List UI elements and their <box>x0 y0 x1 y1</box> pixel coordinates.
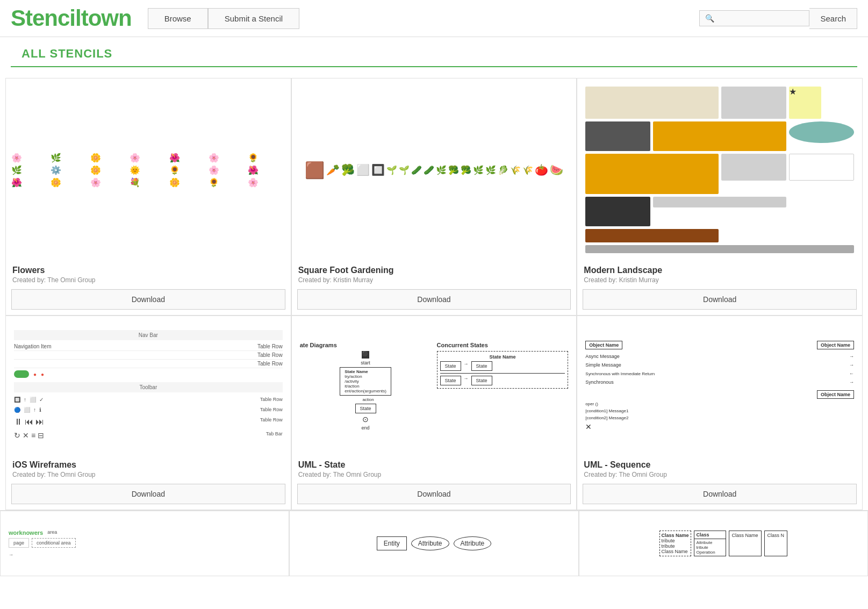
site-logo[interactable]: Stenciltown <box>11 5 132 31</box>
attr2: tribute <box>697 545 723 550</box>
arrow-icon: → <box>849 362 854 368</box>
start-state: ⚫ <box>362 351 369 359</box>
class-name-box2: Class N <box>764 531 788 556</box>
landscape-preview: ★ <box>577 78 862 261</box>
method-label: oper () <box>585 402 854 406</box>
download-button-uml-state[interactable]: Download <box>297 484 571 504</box>
gardening-preview: 🟫 🥕 🥦 ⬜ 🔲 🌱 🌱 🥒 🥒 🌿 🥦 🥦 🌿 🌿 🥬 🌾 <box>292 78 577 261</box>
attribute1: tribute <box>662 538 689 543</box>
uml-seq-preview-area: Object Name Object Name Async Message → … <box>577 316 862 456</box>
nav-label: Navigation Item <box>14 343 51 349</box>
stencil-creator: Created by: Kristin Murray <box>298 276 570 284</box>
submit-stencil-button[interactable]: Submit a Stencil <box>208 8 299 29</box>
attr3: Operation <box>697 550 723 555</box>
end-state: ⊙ <box>362 415 369 424</box>
area-label: area <box>47 529 57 536</box>
class-name-dashed: Class Name <box>662 533 689 538</box>
stencil-creator: Created by: The Omni Group <box>298 471 570 478</box>
uml-state-preview-area: ate Diagrams ⚫ start State Name try/acti… <box>292 316 577 456</box>
stencil-creator: Created by: The Omni Group <box>12 276 284 284</box>
uml-state-content: ate Diagrams ⚫ start State Name try/acti… <box>297 339 571 433</box>
attribute2-ellipse: Attribute <box>454 536 492 550</box>
action-label: action <box>362 397 374 402</box>
download-button-gardening[interactable]: Download <box>297 289 571 310</box>
class-name-bottom: Class Name <box>662 549 689 554</box>
download-button-landscape[interactable]: Download <box>583 289 857 310</box>
garden-item: 🍅 <box>535 163 548 176</box>
flower-icon: 🌿 <box>11 165 48 175</box>
stencil-card-uml-state: ate Diagrams ⚫ start State Name try/acti… <box>291 316 577 510</box>
ios-icon: ↑ <box>24 397 26 403</box>
bottom-preview-1: worknowers area page conditional area → <box>1 511 289 576</box>
start-label: start <box>361 360 370 366</box>
er-diagram: Entity Attribute Attribute <box>374 534 494 553</box>
bookmark-icon: ⊟ <box>38 431 44 440</box>
ios-icon: ↑ <box>33 407 36 413</box>
flower-icon: 🌸 <box>11 153 48 163</box>
concurrent-top: State → State <box>440 361 565 374</box>
message-row: Synchronous with Immediate Return ← <box>585 371 854 376</box>
table-row-label: Table Row <box>257 361 283 367</box>
landscape-block <box>653 197 786 207</box>
garden-item: 🥬 <box>498 165 508 175</box>
landscape-block <box>789 121 854 143</box>
list-icon: ≡ <box>31 431 35 440</box>
uml-class-dashed: Class Name tribute tribute Class Name <box>659 531 691 556</box>
section-title: ALL STENCILS <box>11 37 857 67</box>
prev-icon: ⏮ <box>25 417 33 427</box>
method-conditions: oper () [condition1] Message1 [condition… <box>585 402 854 431</box>
state-item: State <box>471 376 492 385</box>
toggle-icon <box>14 370 29 378</box>
concurrent-box: State Name State → State State → State <box>437 351 569 389</box>
ios-toolbar: Toolbar <box>14 382 283 392</box>
flower-icon: 🌼 <box>90 153 127 163</box>
ios-icon: 🔲 <box>14 397 20 403</box>
arrow-icon: → <box>464 361 469 371</box>
table-row-label: Table Row <box>257 352 283 358</box>
flower-icon: 🌸 <box>209 165 246 175</box>
garden-item: 🌱 <box>399 165 410 175</box>
table-row-label: Table Row <box>260 417 283 427</box>
flower-icon: 🌻 <box>209 177 246 188</box>
flower-icon: 🌸 <box>248 177 285 188</box>
state-diagram-title: ate Diagrams <box>300 342 432 348</box>
download-button-uml-sequence[interactable]: Download <box>583 484 857 504</box>
bottom-card-2: Entity Attribute Attribute <box>289 511 578 576</box>
class-name-box1: Class Name <box>729 531 762 556</box>
search-area: 🔍 Search <box>699 8 857 29</box>
browse-button[interactable]: Browse <box>148 8 208 29</box>
garden-item: 🥒 <box>411 165 422 175</box>
ios-wireframe: Nav Bar Navigation Item Table Row Table … <box>11 327 285 445</box>
flower-icon: 🌞 <box>130 165 167 175</box>
state-item: State <box>440 361 461 371</box>
stencil-name: UML - State <box>298 460 570 470</box>
search-input[interactable] <box>718 14 804 23</box>
concurrent-states: Concurrent States State Name State → Sta… <box>437 342 569 431</box>
class-header: Class <box>694 531 726 539</box>
stencil-name: UML - Sequence <box>584 460 856 470</box>
destroy-icon: ✕ <box>585 422 854 431</box>
object-names-row: Object Name Object Name <box>585 341 854 349</box>
state-diagrams: ate Diagrams ⚫ start State Name try/acti… <box>300 342 432 431</box>
object-name-box: Object Name <box>817 341 854 349</box>
workpowers-label: worknowers <box>9 529 43 536</box>
ios-icon: ⬜ <box>30 397 36 403</box>
stencil-card-ios: Nav Bar Navigation Item Table Row Table … <box>5 316 291 510</box>
landscape-block <box>789 154 854 181</box>
search-input-wrap: 🔍 <box>699 10 809 26</box>
message-label: Synchronous <box>585 379 614 385</box>
flower-icon: 🌺 <box>248 165 285 175</box>
page-box: page <box>9 538 29 548</box>
ios-table-row: Table Row <box>14 360 283 368</box>
download-button-ios[interactable]: Download <box>11 484 285 504</box>
stencil-name: Modern Landscape <box>584 266 856 275</box>
concurrent-bottom: State → State <box>440 376 565 385</box>
workpowers-row: worknowers area <box>9 529 281 536</box>
download-button-flowers[interactable]: Download <box>11 289 285 310</box>
search-button[interactable]: Search <box>809 8 857 29</box>
state-item: State <box>471 361 492 371</box>
message-label: Synchronous with Immediate Return <box>585 371 655 376</box>
ios-icons-row2: 🔵 ⬜ ↑ ℹ Table Row <box>14 405 283 415</box>
page-conditional-row: page conditional area <box>9 538 281 548</box>
garden-item: 🥕 <box>326 163 340 176</box>
